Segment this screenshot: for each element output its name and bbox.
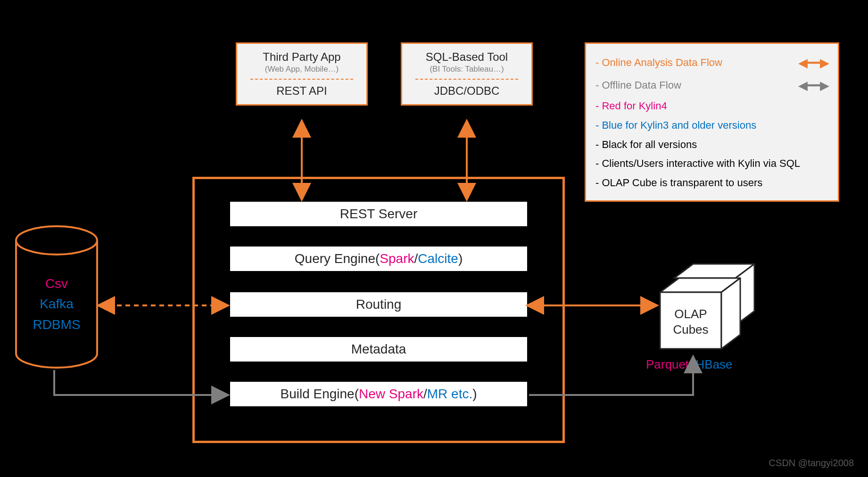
olap-cubes: OLAP Cubes [646,257,769,361]
divider [250,79,353,80]
layer-sep: / [423,387,427,402]
storage-parquet: Parquet [646,357,689,371]
client-protocol: JDBC/ODBC [407,84,527,98]
ds-csv: Csv [14,273,99,294]
layer-suffix: ) [472,387,477,402]
legend-blue: - Blue for Kylin3 and older versions [595,116,828,135]
layer-label: Metadata [351,342,406,357]
divider [415,79,518,80]
layer-blue: Calcite [418,251,458,266]
layer-blue: MR etc. [427,387,472,402]
datasource-cylinder: Csv Kafka RDBMS [14,224,99,370]
metadata-layer: Metadata [230,337,527,362]
double-arrow-icon: ◀━━▶ [798,51,828,74]
legend-offline: - Offline Data Flow ◀━━▶ [595,74,828,97]
rest-server-layer: REST Server [230,202,527,226]
sql-tool-box: SQL-Based Tool (BI Tools: Tableau…) JDBC… [401,42,533,106]
layer-red: New Spark [359,387,423,402]
cube-line1: OLAP [660,306,721,322]
double-arrow-icon: ◀━━▶ [798,74,828,97]
build-engine-layer: Build Engine(New Spark/MR etc.) [230,382,527,406]
svg-point-0 [16,226,97,255]
ds-kafka: Kafka [14,294,99,314]
legend-text: - Offline Data Flow [595,76,681,95]
storage-hbase: HBase [696,357,733,371]
client-subtitle: (BI Tools: Tableau…) [407,65,527,74]
watermark: CSDN @tangyi2008 [769,458,854,469]
client-subtitle: (Web App, Mobile…) [242,65,362,74]
legend-box: - Online Analysis Data Flow ◀━━▶ - Offli… [585,42,839,202]
layer-label: Routing [356,297,402,312]
legend-black: - Black for all versions [595,135,828,155]
cube-line2: Cubes [660,322,721,337]
layer-red: Spark [380,251,414,266]
client-title: Third Party App [242,50,362,64]
layer-label: REST Server [340,206,417,222]
ds-rdbms: RDBMS [14,314,99,335]
layer-suffix: ) [458,251,463,266]
query-engine-layer: Query Engine(Spark/Calcite) [230,247,527,271]
legend-red: - Red for Kylin4 [595,97,828,116]
legend-interactive: - Clients/Users interactive with Kylin v… [595,154,828,173]
legend-text: - Online Analysis Data Flow [595,53,722,73]
layer-label-prefix: Query Engine( [295,251,380,266]
layer-sep: / [414,251,418,266]
client-title: SQL-Based Tool [407,50,527,64]
legend-transparent: - OLAP Cube is transparent to users [595,173,828,193]
third-party-app-box: Third Party App (Web App, Mobile…) REST … [236,42,368,106]
legend-online: - Online Analysis Data Flow ◀━━▶ [595,51,828,74]
layer-label-prefix: Build Engine( [280,387,359,402]
routing-layer: Routing [230,292,527,317]
client-protocol: REST API [242,84,362,98]
